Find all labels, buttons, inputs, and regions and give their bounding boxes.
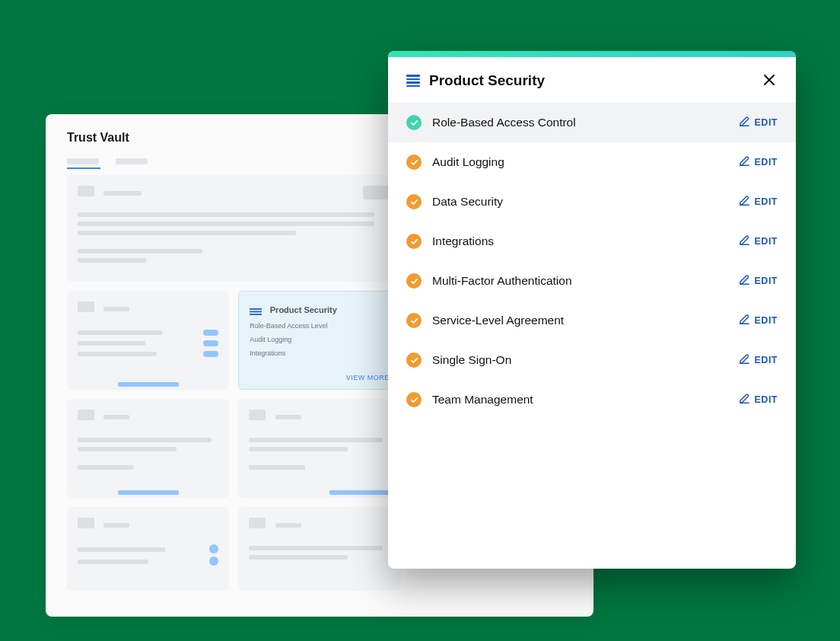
check-badge-icon bbox=[406, 392, 422, 407]
check-badge-icon bbox=[406, 115, 422, 130]
mini-card-title: Product Security bbox=[270, 305, 337, 314]
panel-title: Product Security bbox=[429, 72, 761, 89]
pencil-icon bbox=[739, 234, 750, 248]
pencil-icon bbox=[739, 353, 750, 367]
svg-rect-1 bbox=[250, 311, 262, 313]
menu-icon bbox=[250, 306, 262, 314]
product-security-panel: Product Security Role-Based Access Contr… bbox=[388, 51, 796, 569]
security-item-label: Service-Level Agreement bbox=[432, 314, 739, 327]
check-badge-icon bbox=[406, 234, 422, 249]
edit-label: EDIT bbox=[755, 276, 778, 286]
edit-label: EDIT bbox=[755, 315, 778, 326]
close-icon[interactable] bbox=[761, 73, 778, 89]
menu-icon[interactable] bbox=[406, 75, 420, 87]
edit-button[interactable]: EDIT bbox=[739, 116, 778, 129]
edit-label: EDIT bbox=[755, 355, 778, 365]
security-item-row: Single Sign-OnEDIT bbox=[388, 340, 796, 380]
security-item-label: Integrations bbox=[432, 234, 739, 248]
svg-rect-0 bbox=[250, 308, 262, 310]
mini-card-line: Integrations bbox=[250, 349, 389, 357]
view-more-link[interactable]: VIEW MORE bbox=[346, 374, 390, 381]
bg-tab-placeholder bbox=[67, 158, 99, 164]
security-item-label: Audit Logging bbox=[432, 155, 739, 169]
edit-button[interactable]: EDIT bbox=[739, 155, 778, 169]
pencil-icon bbox=[739, 155, 750, 169]
pencil-icon bbox=[739, 393, 750, 407]
security-item-label: Multi-Factor Authentication bbox=[432, 274, 739, 288]
bg-tile bbox=[67, 399, 229, 498]
security-item-row: Service-Level AgreementEDIT bbox=[388, 301, 796, 340]
check-badge-icon bbox=[406, 155, 422, 170]
bg-tile bbox=[67, 175, 401, 282]
pencil-icon bbox=[739, 274, 750, 288]
edit-button[interactable]: EDIT bbox=[739, 195, 778, 209]
security-item-label: Team Management bbox=[432, 393, 739, 407]
edit-label: EDIT bbox=[755, 236, 778, 247]
check-badge-icon bbox=[406, 313, 422, 328]
edit-label: EDIT bbox=[755, 117, 778, 128]
security-item-row: Role-Based Access ControlEDIT bbox=[388, 103, 796, 142]
bg-tab-active-underline bbox=[67, 167, 100, 169]
product-security-mini-card[interactable]: Product Security Role-Based Access Level… bbox=[238, 291, 400, 390]
check-badge-icon bbox=[406, 352, 422, 368]
pencil-icon bbox=[739, 116, 750, 129]
edit-label: EDIT bbox=[755, 157, 778, 167]
edit-label: EDIT bbox=[755, 394, 778, 405]
security-item-row: Audit LoggingEDIT bbox=[388, 142, 796, 182]
bg-tile bbox=[67, 291, 229, 390]
edit-button[interactable]: EDIT bbox=[739, 393, 778, 407]
edit-button[interactable]: EDIT bbox=[739, 234, 778, 248]
panel-items-list: Role-Based Access ControlEDITAudit Loggi… bbox=[388, 103, 796, 419]
edit-button[interactable]: EDIT bbox=[739, 274, 778, 288]
bg-tile bbox=[238, 399, 400, 498]
security-item-row: Data SecurityEDIT bbox=[388, 182, 796, 222]
security-item-row: Team ManagementEDIT bbox=[388, 380, 796, 419]
security-item-row: Multi-Factor AuthenticationEDIT bbox=[388, 261, 796, 301]
panel-accent-bar bbox=[388, 51, 796, 57]
security-item-label: Role-Based Access Control bbox=[432, 116, 739, 129]
pencil-icon bbox=[739, 314, 750, 327]
bg-tab-placeholder bbox=[116, 158, 148, 164]
edit-button[interactable]: EDIT bbox=[739, 353, 778, 367]
bg-tile bbox=[67, 507, 229, 591]
security-item-label: Single Sign-On bbox=[432, 353, 739, 367]
mini-card-line: Audit Logging bbox=[250, 336, 389, 343]
panel-header: Product Security bbox=[388, 57, 796, 103]
svg-rect-2 bbox=[250, 314, 262, 315]
pencil-icon bbox=[739, 195, 750, 209]
edit-button[interactable]: EDIT bbox=[739, 314, 778, 327]
bg-tile bbox=[238, 507, 400, 591]
mini-card-line: Role-Based Access Level bbox=[250, 322, 389, 330]
security-item-row: IntegrationsEDIT bbox=[388, 222, 796, 261]
edit-label: EDIT bbox=[755, 196, 778, 207]
security-item-label: Data Security bbox=[432, 195, 739, 209]
check-badge-icon bbox=[406, 194, 422, 209]
check-badge-icon bbox=[406, 273, 422, 289]
